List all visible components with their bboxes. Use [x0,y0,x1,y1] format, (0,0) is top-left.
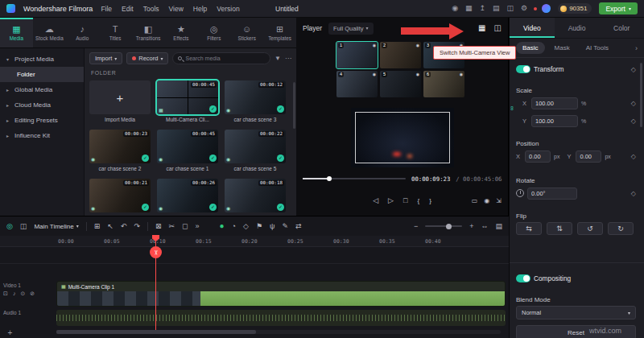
playhead-handle[interactable] [152,235,159,241]
blend-mode-dropdown[interactable]: Normal ▾ [516,306,636,319]
split-icon[interactable]: ✂ [168,223,175,230]
transform-toggle[interactable] [516,65,530,73]
sidebar-item-global-media[interactable]: ▸ Global Media [0,82,84,97]
add-track-button[interactable]: + [5,328,15,338]
tab-filters[interactable]: ◎ Filters [197,18,230,47]
tab-stickers[interactable]: ☺ Stickers [230,18,263,47]
playhead[interactable]: ✂ [148,235,164,330]
sidebar-item-project-media[interactable]: ▾ Project Media [0,52,84,67]
search-box[interactable] [172,52,270,64]
mark-out-button[interactable]: } [429,197,431,204]
mark-in-button[interactable]: { [417,197,419,204]
fullscreen-icon[interactable]: ⇲ [496,197,502,204]
menu-file[interactable]: File [101,5,112,13]
zoom-slider[interactable] [425,225,462,227]
keyframe-icon[interactable]: ◇ [631,117,636,125]
tab-effects[interactable]: ★ Effects [164,18,197,47]
multicam-view-icon[interactable]: ▦ [478,24,485,32]
menu-tools[interactable]: Tools [143,5,159,13]
export-button[interactable]: Export ▾ [599,2,638,14]
more-tools-icon[interactable]: » [196,223,200,230]
previous-frame-button[interactable]: ◁ [373,196,378,204]
tab-audio-properties[interactable]: Audio [555,18,600,38]
playback-handle[interactable] [327,176,332,181]
menu-view[interactable]: View [169,5,184,13]
flip-vertical-button[interactable]: ⇅ [547,222,572,235]
subtab-mask[interactable]: Mask [548,42,576,54]
mute-track-icon[interactable]: ♪ [13,291,16,297]
tab-audio[interactable]: ♪ Audio [66,18,99,47]
upload-icon[interactable]: ↥ [480,5,486,12]
rotate-input[interactable] [531,190,573,197]
scale-y-field[interactable] [531,115,578,127]
position-x-input[interactable] [529,153,547,160]
media-item-scene-2[interactable]: 00:00:23 ◉ ✓ car chase scene 2 [89,130,151,171]
fit-timeline-icon[interactable]: ⇔ [481,223,488,230]
media-item[interactable]: 00:00:21 ◉ ✓ [89,179,151,215]
sidebar-item-editing-presets[interactable]: ▸ Editing Presets [0,113,84,128]
media-library-icon[interactable]: ▤ [493,5,500,12]
delete-icon[interactable]: ⊠ [155,223,162,230]
marker-icon[interactable]: ⚑ [256,223,262,230]
media-item-scene-5[interactable]: 00:00:22 ◉ ✓ car chase scene 5 [225,130,286,171]
timeline-scrollbar-thumb[interactable] [56,330,256,334]
timeline-clip-multicamera[interactable]: ▦ Multi-Camera Clip 1 [56,281,506,307]
flip-horizontal-button[interactable]: ⇆ [516,222,542,235]
disable-track-icon[interactable]: ⊘ [30,291,35,297]
timeline-scrollbar[interactable] [56,330,501,334]
screen-layout-icon[interactable]: ◫ [20,223,27,230]
preview-viewport[interactable] [351,108,454,167]
keyframe-icon[interactable]: ◇ [631,66,636,73]
link-scale-icon[interactable]: ∞ [510,106,515,110]
link-clips-icon[interactable]: ⇄ [295,223,302,230]
camera-angle-4[interactable]: 4 ◉ [336,71,378,97]
scale-x-field[interactable] [531,97,578,109]
track-tool-icon[interactable]: ◎ [6,223,13,230]
zoom-slider-handle[interactable] [446,224,452,229]
search-input[interactable] [185,56,265,61]
chevron-right-icon[interactable]: › [635,44,638,52]
lock-track-icon[interactable]: ⊡ [3,291,8,297]
sidebar-item-cloud-media[interactable]: ▸ Cloud Media [0,97,84,113]
menu-version[interactable]: Version [217,5,239,13]
keyframe-icon[interactable]: ◇ [631,100,636,107]
snapshot-icon[interactable]: ◉ [484,197,489,204]
timeline-audio-clip[interactable] [56,310,506,326]
redo-icon[interactable]: ↷ [134,223,140,230]
settings-icon[interactable]: ⚙ [521,5,527,12]
rotate-dial-icon[interactable] [516,189,524,197]
manage-tracks-icon[interactable]: ⊞ [94,223,101,230]
tab-templates[interactable]: ⊞ Templates [263,18,296,47]
subtab-ai-tools[interactable]: AI Tools [580,42,615,54]
zoom-in-icon[interactable]: + [469,223,473,230]
rotate-ccw-button[interactable]: ↺ [577,222,603,235]
position-y-field[interactable] [576,150,601,163]
undo-icon[interactable]: ↶ [121,223,127,230]
stop-button[interactable]: □ [403,196,407,204]
workspace-icon[interactable]: ▦ [465,5,473,12]
media-item-scene-3[interactable]: 00:00:12 ◉ ✓ car chase scene 3 [225,80,286,122]
import-button[interactable]: Import ▾ [89,52,122,64]
record-button[interactable]: Record ▾ [126,52,168,64]
main-timeline-dropdown[interactable]: Main Timeline ▾ [34,223,78,230]
crop-icon[interactable]: ◻ [182,223,188,230]
media-scrollbar[interactable] [293,82,295,129]
tab-color[interactable]: Color [599,18,644,38]
rotate-field[interactable] [527,188,577,200]
voiceover-icon[interactable]: ψ [270,223,275,230]
compare-view-icon[interactable]: ◫ [494,24,502,32]
position-y-input[interactable] [580,153,597,160]
scale-y-input[interactable] [535,117,574,125]
draw-icon[interactable]: ✎ [282,223,288,230]
tab-transitions[interactable]: ◧ Transitions [132,18,165,47]
pointer-tool-icon[interactable]: ↖ [107,223,114,230]
dual-screen-icon[interactable]: ◫ [507,5,514,12]
media-item[interactable]: 00:00:18 ◉ ✓ [225,179,286,215]
rotate-cw-button[interactable]: ↻ [608,222,634,235]
filter-icon[interactable]: ▼ [275,55,281,62]
menu-help[interactable]: Help [193,5,207,13]
compositing-toggle[interactable] [516,274,530,282]
track-list-icon[interactable]: ▤ [495,223,502,230]
zoom-out-icon[interactable]: − [414,223,418,230]
tab-video[interactable]: Video [510,18,555,38]
